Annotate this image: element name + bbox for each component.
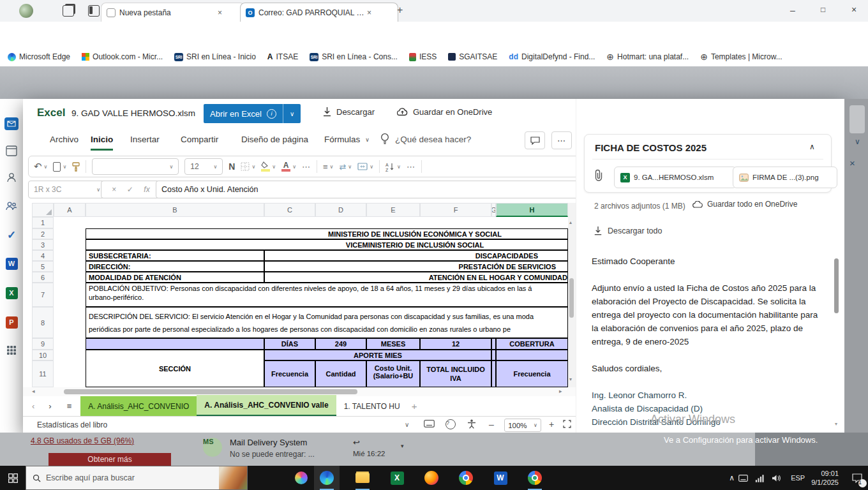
people-icon[interactable] (4, 170, 19, 184)
align-button[interactable]: ≡∨ (323, 162, 333, 172)
zoom-in-icon[interactable]: + (549, 419, 554, 429)
name-box[interactable]: 1R x 3C∨ (28, 181, 106, 198)
download-all-button[interactable]: Descargar todo (594, 226, 662, 235)
workspaces-icon[interactable] (63, 5, 74, 17)
tellme-input[interactable]: ¿Qué desea hacer? (395, 135, 471, 144)
tray-chevron-icon[interactable]: ∧ (729, 473, 735, 482)
bookmark-hotmart[interactable]: ⊕Hotmart: una plataf... (606, 52, 689, 62)
new-tab-icon[interactable]: + (397, 4, 403, 16)
col-header-A[interactable]: A (54, 203, 86, 217)
search-highlight-image[interactable] (219, 466, 247, 489)
row-header-6[interactable]: 6 (32, 272, 54, 283)
bold-button[interactable]: N (228, 161, 235, 172)
bookmark-outlook[interactable]: Outlook.com - Micr... (82, 52, 163, 61)
font-size-select[interactable]: 12∨ (184, 158, 223, 175)
tray-clock[interactable]: 09:019/1/2025 (811, 469, 839, 487)
cell-b3-title[interactable]: VICEMINISTERIO DE INCLUSIÓN SOCIAL (86, 239, 568, 250)
cell-meses[interactable]: MESES (366, 338, 420, 350)
cell-poblacion-objetivo[interactable]: POBLACIÓN OBJETIVO: Personas con discapa… (86, 283, 568, 307)
taskbar-edge-icon[interactable] (314, 466, 340, 490)
row-header-2[interactable]: 2 (32, 228, 54, 239)
bookmark-edge[interactable]: Microsoft Edge (8, 52, 70, 61)
sheet-next-icon[interactable]: › (49, 401, 51, 411)
toolbar-more-button[interactable]: ⋯ (407, 162, 415, 172)
bookmark-digitaldefynd[interactable]: ddDigitalDefynd - Find... (509, 52, 595, 61)
cell-meses-value[interactable]: 12 (420, 338, 491, 350)
col-header-E[interactable]: E (366, 203, 420, 217)
row-header-1[interactable]: 1 (32, 217, 54, 228)
menu-diseno[interactable]: Diseño de página (241, 135, 308, 144)
bookmark-templates[interactable]: ⊕Templates | Microw... (700, 52, 782, 62)
window-maximize-icon[interactable]: □ (821, 5, 825, 14)
taskbar-search-input[interactable]: Escribe aquí para buscar (26, 466, 248, 490)
cell-costo-unit[interactable]: Costo Unit.(Salario+BU (366, 360, 420, 387)
sender-avatar[interactable]: MS (203, 438, 222, 457)
window-close-icon[interactable]: × (851, 4, 857, 15)
add-sheet-icon[interactable]: + (412, 401, 417, 412)
open-options-chevron-icon[interactable]: ∨ (283, 110, 301, 117)
borders-button[interactable]: ∨ (241, 162, 255, 171)
undo-button[interactable]: ↶∨ (34, 161, 47, 172)
scroll-up-icon[interactable]: ▴ (569, 219, 572, 225)
col-header-F[interactable]: F (420, 203, 491, 217)
wrap-text-button[interactable]: ⇄∨ (339, 162, 352, 172)
menu-compartir[interactable]: Compartir (181, 135, 218, 144)
email-list-sender[interactable]: Mail Delivery System (230, 438, 307, 447)
attachment-png-chip[interactable]: FIRMA DE ...(3).png (733, 167, 837, 188)
comments-button[interactable] (525, 131, 545, 149)
fullscreen-icon[interactable] (563, 420, 571, 428)
col-header-B[interactable]: B (86, 203, 264, 217)
merge-cells-button[interactable]: ∨ (357, 163, 373, 170)
enter-icon[interactable]: ✓ (127, 185, 133, 194)
cell-modalidad-label[interactable]: MODALIDAD DE ATENCIÓN (86, 272, 264, 283)
col-header-H-selected[interactable]: H (496, 203, 568, 217)
email-list-preview[interactable]: No se puede entregar: ... (230, 450, 315, 459)
row-header-3[interactable]: 3 (32, 239, 54, 250)
cell-b2-title[interactable]: MINISTERIO DE INCLUSIÓN ECONÓMICA Y SOCI… (86, 228, 568, 239)
font-color-button[interactable]: A∨ (281, 162, 296, 172)
bookmark-itsae[interactable]: AITSAE (267, 52, 298, 61)
col-header-C[interactable]: C (264, 203, 315, 217)
scroll-thumb[interactable] (569, 278, 574, 318)
sheet-tab-analisis-ahc-valle-active[interactable]: A. Análisis_AHC_CONVENIO valle (197, 395, 336, 417)
col-header-G[interactable]: G (491, 203, 496, 217)
calendar-icon[interactable] (4, 144, 19, 158)
row-header-8[interactable]: 8 (32, 307, 54, 338)
word-icon[interactable]: W (4, 256, 19, 271)
sheet-prev-icon[interactable]: ‹ (32, 401, 34, 411)
cell-total-iva[interactable]: TOTAL INCLUIDO IVA (420, 360, 491, 387)
paste-button[interactable]: ∨ (53, 162, 66, 172)
cell-frecuencia-cobertura[interactable]: Frecuencia (496, 360, 568, 387)
fill-color-button[interactable]: ∨ (261, 161, 276, 172)
sheet-tab-talento-humano[interactable]: 1. TALENTO HU (336, 396, 408, 416)
cell-modalidad-value[interactable]: ATENCIÓN EN EL HOGAR Y COMUNIDAD (264, 272, 568, 283)
cancel-icon[interactable]: × (112, 185, 116, 194)
cell-direccion-label[interactable]: DIRECCIÓN: (86, 261, 264, 272)
zoom-level-select[interactable]: 100%∨ (504, 419, 541, 432)
taskbar-excel-icon[interactable]: X (384, 466, 410, 490)
col-header-D[interactable]: D (315, 203, 366, 217)
cell-g11[interactable] (491, 360, 496, 387)
open-in-excel-button[interactable]: Abrir en Exceli ∨ (204, 104, 301, 123)
tab-nueva-pestana[interactable]: Nueva pestaña × (101, 3, 245, 22)
tab-actions-icon[interactable] (88, 5, 100, 17)
excel-icon[interactable]: X (4, 286, 19, 300)
taskbar-copilot-icon[interactable] (288, 466, 314, 490)
download-button[interactable]: Descargar (323, 107, 375, 117)
menu-inicio[interactable]: Inicio (91, 135, 113, 151)
tab-correo-gad[interactable]: O Correo: GAD PARROQUIAL VALLE × (240, 3, 398, 22)
tray-touch-keyboard-icon[interactable] (735, 466, 751, 490)
bookmark-sri-inicio[interactable]: SRISRI en Línea - Inicio (174, 52, 256, 61)
cell-subsecretaria-value[interactable]: DISCAPACIDADES (264, 250, 568, 261)
browser-profile-avatar[interactable] (19, 4, 33, 18)
powerpoint-icon[interactable]: P (4, 315, 19, 329)
tray-network-icon[interactable] (751, 466, 768, 490)
tray-language[interactable]: ESP (791, 474, 805, 482)
keyboard-icon[interactable] (424, 420, 435, 427)
save-all-onedrive-button[interactable]: Guardar todo en OneDrive (692, 200, 797, 209)
cell-h10[interactable] (496, 350, 568, 360)
zoom-out-icon[interactable]: – (489, 419, 494, 429)
row-header-4[interactable]: 4 (32, 250, 54, 261)
row-header-9[interactable]: 9 (32, 338, 54, 350)
taskbar-firefox-icon[interactable] (419, 466, 444, 490)
